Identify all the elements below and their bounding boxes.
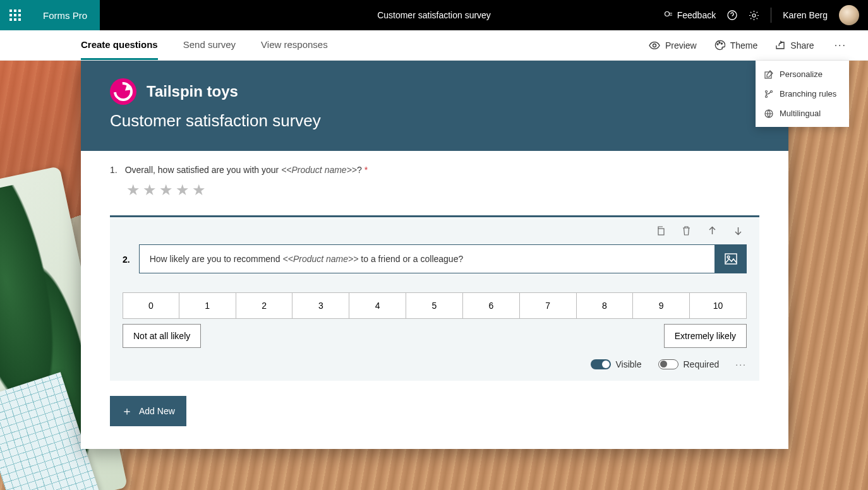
- move-up-button[interactable]: [708, 226, 717, 238]
- required-toggle-label: Required: [658, 359, 720, 369]
- brand-name[interactable]: Tailspin toys: [147, 83, 238, 100]
- star-icon: ★: [126, 181, 140, 199]
- svg-point-12: [653, 44, 656, 47]
- top-bar: Forms Pro Customer satisfaction survey F…: [0, 0, 868, 30]
- svg-rect-21: [658, 229, 664, 235]
- trash-icon: [682, 226, 691, 236]
- nps-high-label[interactable]: Extremely likely: [664, 324, 747, 348]
- nps-option-0[interactable]: 0: [123, 292, 179, 319]
- svg-point-10: [728, 11, 737, 20]
- svg-rect-4: [14, 14, 16, 16]
- add-image-button[interactable]: [715, 244, 747, 273]
- nps-option-2[interactable]: 2: [236, 292, 293, 319]
- top-right: Feedback Karen Berg: [663, 5, 868, 25]
- nps-option-1[interactable]: 1: [179, 292, 236, 319]
- nps-labels: Not at all likely Extremely likely: [123, 324, 747, 348]
- nps-option-5[interactable]: 5: [406, 292, 463, 319]
- user-name[interactable]: Karen Berg: [783, 10, 828, 20]
- survey-header: Tailspin toys Customer satisfaction surv…: [81, 61, 788, 151]
- plus-icon: ＋: [121, 403, 133, 419]
- nps-option-6[interactable]: 6: [462, 292, 520, 319]
- svg-rect-6: [9, 18, 12, 21]
- move-down-button[interactable]: [733, 226, 743, 238]
- branch-icon: [764, 90, 773, 99]
- feedback-label: Feedback: [677, 10, 716, 20]
- nps-low-label[interactable]: Not at all likely: [123, 324, 201, 348]
- star-icon: ★: [143, 181, 157, 199]
- question-footer: Visible Required ···: [123, 359, 747, 369]
- svg-point-14: [719, 42, 720, 44]
- menu-multilingual-label: Multilingual: [780, 109, 821, 118]
- nps-option-4[interactable]: 4: [349, 292, 406, 319]
- required-toggle[interactable]: [658, 359, 678, 369]
- tab-view-responses[interactable]: View responses: [261, 30, 328, 60]
- svg-rect-5: [18, 14, 21, 16]
- nps-scale: 0 1 2 3 4 5 6 7 8 9 10 Not at all likely…: [123, 292, 747, 348]
- more-button[interactable]: ···: [832, 40, 849, 51]
- svg-point-17: [766, 90, 768, 92]
- divider: [771, 8, 771, 23]
- nps-option-8[interactable]: 8: [576, 292, 634, 319]
- brand-row: Tailspin toys: [110, 78, 759, 105]
- app-launcher-button[interactable]: [0, 0, 30, 30]
- q2-number: 2.: [123, 244, 130, 273]
- delete-button[interactable]: [682, 226, 691, 238]
- menu-personalize-label: Personalize: [780, 69, 823, 79]
- svg-rect-8: [18, 18, 21, 21]
- svg-rect-1: [14, 9, 16, 12]
- visible-toggle-label: Visible: [591, 359, 642, 369]
- help-button[interactable]: [727, 10, 737, 20]
- question-more-button[interactable]: ···: [735, 359, 747, 369]
- preview-button[interactable]: Preview: [649, 40, 697, 51]
- command-bar: Create questions Send survey View respon…: [0, 30, 868, 61]
- nps-option-10[interactable]: 10: [689, 292, 747, 319]
- question-1[interactable]: 1. Overall, how satisfied are you with y…: [110, 165, 759, 175]
- star-icon: ★: [176, 181, 190, 199]
- share-icon: [775, 40, 785, 51]
- question-text-input[interactable]: How likely are you to recommend <<Produc…: [139, 244, 715, 273]
- nps-option-3[interactable]: 3: [292, 292, 349, 319]
- svg-point-11: [752, 14, 756, 17]
- svg-point-9: [665, 12, 669, 16]
- theme-button[interactable]: Theme: [714, 40, 758, 51]
- add-new-button[interactable]: ＋ Add New: [110, 396, 186, 426]
- required-mark: *: [365, 165, 368, 175]
- svg-point-23: [727, 256, 730, 258]
- tabs: Create questions Send survey View respon…: [81, 30, 328, 60]
- star-icon: ★: [192, 181, 206, 199]
- share-button[interactable]: Share: [775, 40, 814, 51]
- questions-area: 1. Overall, how satisfied are you with y…: [81, 151, 788, 215]
- tab-send-survey[interactable]: Send survey: [183, 30, 236, 60]
- survey-canvas: Tailspin toys Customer satisfaction surv…: [81, 61, 788, 449]
- brand-logo: [110, 78, 136, 105]
- menu-multilingual[interactable]: Multilingual: [756, 104, 849, 123]
- edit-icon: [764, 70, 773, 79]
- visible-toggle[interactable]: [591, 359, 611, 369]
- copy-button[interactable]: [656, 226, 665, 238]
- settings-button[interactable]: [749, 10, 759, 21]
- survey-title[interactable]: Customer satisfaction survey: [110, 111, 759, 131]
- workspace: Tailspin toys Customer satisfaction surv…: [0, 61, 868, 490]
- user-avatar[interactable]: [839, 5, 859, 25]
- waffle-icon: [9, 9, 21, 21]
- nps-option-9[interactable]: 9: [632, 292, 690, 319]
- page-title: Customer satisfaction survey: [377, 10, 491, 20]
- feedback-icon: [663, 10, 673, 20]
- rating-stars[interactable]: ★★★★★: [126, 181, 759, 199]
- svg-point-13: [717, 44, 718, 45]
- tab-create-questions[interactable]: Create questions: [81, 30, 158, 60]
- q2-placeholder: <<Product name>>: [283, 254, 359, 264]
- q1-text: Overall, how satisfied are you with your…: [125, 165, 368, 175]
- globe-icon: [764, 109, 773, 118]
- svg-point-15: [721, 43, 722, 44]
- svg-rect-0: [9, 9, 12, 12]
- nps-option-7[interactable]: 7: [519, 292, 577, 319]
- add-new-label: Add New: [139, 406, 175, 416]
- help-icon: [727, 10, 737, 20]
- menu-personalize[interactable]: Personalize: [756, 64, 849, 84]
- menu-branching[interactable]: Branching rules: [756, 84, 849, 104]
- app-name[interactable]: Forms Pro: [30, 0, 100, 30]
- add-new-area: ＋ Add New: [110, 396, 788, 426]
- feedback-button[interactable]: Feedback: [663, 10, 716, 20]
- q1-number: 1.: [110, 165, 118, 175]
